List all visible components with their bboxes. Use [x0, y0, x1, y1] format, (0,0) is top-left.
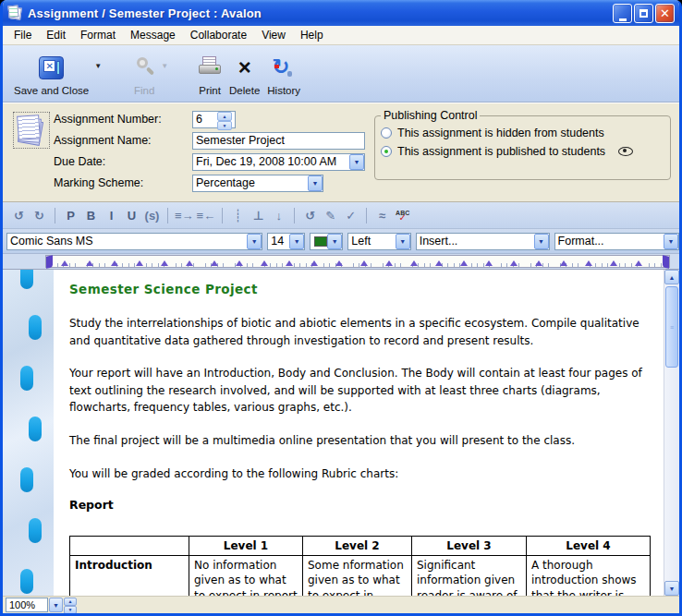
scrollbar-thumb[interactable]: ≡ [665, 286, 678, 368]
insert-combo[interactable]: Insert... ▼ [416, 233, 550, 250]
spellcheck-icon[interactable]: ABC✓ [394, 210, 411, 221]
strikethrough-icon[interactable]: (s) [143, 209, 161, 223]
ruler[interactable] [45, 255, 670, 268]
right-margin-marker[interactable] [663, 255, 669, 269]
save-dropdown-arrow-icon[interactable]: ▼ [94, 62, 102, 70]
history-button[interactable]: ↻ History [263, 49, 304, 98]
font-family-dropdown-icon[interactable]: ▼ [247, 234, 262, 249]
find-dropdown-arrow-icon[interactable]: ▼ [161, 62, 168, 70]
assignment-name-input[interactable] [193, 134, 364, 147]
spin-up-icon[interactable]: ▲ [217, 112, 232, 121]
insert-dropdown-icon[interactable]: ▼ [534, 234, 549, 249]
assignment-number-field[interactable]: ▲▼ [192, 111, 236, 128]
zoom-level-field[interactable]: 100% [6, 598, 48, 612]
zoom-down-icon[interactable]: ▼ [64, 606, 77, 614]
tab-stop-marker[interactable] [111, 260, 118, 266]
menu-item-view[interactable]: View [254, 27, 293, 43]
tab-stop-marker[interactable] [136, 260, 143, 266]
document-editor[interactable]: Semester Science Project Study the inter… [54, 270, 664, 596]
tab-stop-marker[interactable] [485, 260, 493, 266]
scroll-up-icon[interactable]: ▲ [664, 270, 679, 284]
delete-button[interactable]: × Delete [225, 49, 263, 98]
due-date-combo[interactable]: Fri, Dec 19, 2008 10:00 AM ▼ [192, 153, 365, 171]
vertical-scrollbar[interactable]: ▲ ≡ ▼ [664, 270, 679, 596]
zoom-up-icon[interactable]: ▲ [64, 598, 77, 606]
tab-stop-marker[interactable] [360, 260, 368, 266]
maximize-button[interactable] [634, 4, 653, 23]
alignment-combo[interactable]: Left ▼ [347, 233, 410, 250]
published-radio-button[interactable] [381, 146, 392, 157]
indent-increase-icon[interactable]: ≡→ [175, 209, 194, 223]
tab-stop-marker[interactable] [410, 260, 418, 266]
redo-icon[interactable]: ↻ [30, 209, 48, 223]
tab-stop-marker[interactable] [186, 260, 193, 266]
find-button[interactable]: Find [129, 49, 159, 98]
menu-item-edit[interactable]: Edit [39, 27, 73, 43]
rubric-row: IntroductionNo information given as to w… [70, 556, 651, 596]
tab-stop-marker[interactable] [610, 260, 617, 266]
close-button[interactable]: ✕ [655, 4, 675, 23]
indent-decrease-icon[interactable]: ≡← [197, 209, 216, 223]
tab-stop-marker[interactable] [335, 260, 343, 266]
menu-item-format[interactable]: Format [73, 27, 123, 43]
alignment-dropdown-icon[interactable]: ▼ [396, 234, 410, 249]
hidden-radio-button[interactable] [381, 127, 392, 139]
tab-stop-marker[interactable] [86, 260, 93, 266]
menu-item-file[interactable]: File [6, 27, 39, 43]
move-down-icon[interactable]: ↓ [270, 209, 287, 223]
rubric-cell: Some nformation given as to what to expe… [303, 556, 412, 596]
plain-style-icon[interactable]: P [62, 209, 79, 223]
tab-stop-marker[interactable] [161, 260, 168, 266]
due-date-dropdown-icon[interactable]: ▼ [349, 154, 364, 170]
assignment-name-field[interactable] [192, 132, 365, 150]
revert-icon[interactable]: ↺ [301, 209, 319, 223]
minimize-button[interactable] [613, 4, 632, 23]
pencil-icon[interactable]: ✎ [322, 209, 339, 223]
font-size-combo[interactable]: 14 ▼ [267, 233, 305, 250]
print-button[interactable]: Print [194, 49, 225, 98]
tab-stop-marker[interactable] [286, 260, 293, 266]
tab-stop-marker[interactable] [211, 260, 218, 266]
tab-stop-marker[interactable] [311, 260, 318, 266]
signature-icon[interactable]: ≈ [373, 209, 391, 223]
tab-stop-marker[interactable] [435, 260, 443, 266]
spin-down-icon[interactable]: ▼ [217, 121, 232, 130]
left-margin-marker[interactable] [46, 255, 53, 269]
scroll-down-icon[interactable]: ▼ [664, 581, 679, 596]
tab-stop-icon[interactable]: ⊥ [250, 209, 267, 223]
bold-icon[interactable]: B [82, 209, 100, 223]
save-and-close-button[interactable]: ✕ Save and Close [10, 49, 92, 98]
assignment-number-input[interactable] [193, 113, 217, 126]
italic-icon[interactable]: I [103, 209, 120, 223]
zoom-spinner[interactable]: ▲▼ [64, 598, 77, 612]
tab-stop-marker[interactable] [61, 260, 68, 266]
format-dropdown-icon[interactable]: ▼ [664, 234, 678, 249]
tab-stop-marker[interactable] [585, 260, 592, 266]
font-color-dropdown-icon[interactable]: ▼ [327, 234, 342, 249]
tab-stop-marker[interactable] [535, 260, 542, 266]
font-family-combo[interactable]: Comic Sans MS ▼ [6, 233, 262, 250]
format-combo[interactable]: Format... ▼ [554, 233, 679, 250]
accept-edit-icon[interactable]: ✓ [342, 209, 359, 223]
tab-stop-marker[interactable] [560, 260, 567, 266]
marking-scheme-dropdown-icon[interactable]: ▼ [308, 175, 323, 191]
menu-item-collaborate[interactable]: Collaborate [183, 27, 254, 43]
menu-item-message[interactable]: Message [123, 27, 183, 43]
tab-stop-marker[interactable] [460, 260, 468, 266]
tab-stop-marker[interactable] [635, 260, 642, 266]
published-option-row[interactable]: This assignment is published to students [381, 142, 664, 161]
undo-icon[interactable]: ↺ [10, 209, 28, 223]
underline-icon[interactable]: U [123, 209, 140, 223]
tab-stop-marker[interactable] [385, 260, 393, 266]
font-color-combo[interactable]: ▼ [310, 233, 343, 250]
hidden-option-row[interactable]: This assignment is hidden from students [381, 124, 664, 142]
tab-stop-marker[interactable] [510, 260, 518, 266]
assignment-number-spinner[interactable]: ▲▼ [217, 112, 232, 127]
zoom-dropdown-icon[interactable]: ▼ [49, 598, 63, 612]
marking-scheme-combo[interactable]: Percentage ▼ [192, 175, 323, 192]
tab-stop-marker[interactable] [236, 260, 243, 266]
tab-stop-marker[interactable] [261, 260, 268, 266]
margin-marker-icon[interactable]: ┊ [229, 209, 247, 223]
menu-item-help[interactable]: Help [293, 27, 331, 43]
font-size-dropdown-icon[interactable]: ▼ [289, 234, 304, 249]
